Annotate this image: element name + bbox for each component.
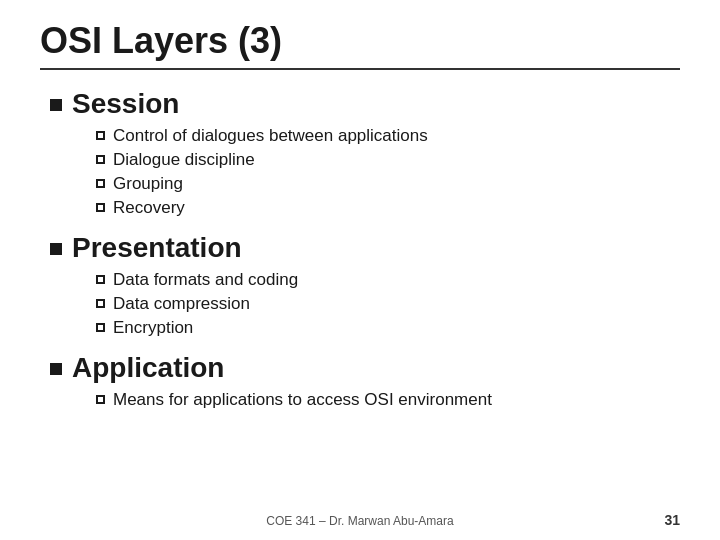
item-text: Recovery <box>113 198 185 218</box>
session-items: Control of dialogues between application… <box>50 126 680 218</box>
sub-bullet-icon <box>96 203 105 212</box>
list-item: Recovery <box>96 198 680 218</box>
list-item: Encryption <box>96 318 680 338</box>
slide-title: OSI Layers (3) <box>40 20 680 70</box>
sub-bullet-icon <box>96 323 105 332</box>
presentation-items: Data formats and coding Data compression… <box>50 270 680 338</box>
sub-bullet-icon <box>96 179 105 188</box>
item-text: Grouping <box>113 174 183 194</box>
item-text: Encryption <box>113 318 193 338</box>
sub-bullet-icon <box>96 155 105 164</box>
application-items: Means for applications to access OSI env… <box>50 390 680 410</box>
sub-bullet-icon <box>96 275 105 284</box>
application-bullet-icon <box>50 363 62 375</box>
section-session-header: Session <box>50 88 680 120</box>
application-title: Application <box>72 352 224 384</box>
list-item: Grouping <box>96 174 680 194</box>
section-application-header: Application <box>50 352 680 384</box>
presentation-bullet-icon <box>50 243 62 255</box>
list-item: Data compression <box>96 294 680 314</box>
list-item: Means for applications to access OSI env… <box>96 390 680 410</box>
slide-footer: COE 341 – Dr. Marwan Abu-Amara <box>0 514 720 528</box>
content-area: Session Control of dialogues between app… <box>40 88 680 410</box>
presentation-title: Presentation <box>72 232 242 264</box>
list-item: Data formats and coding <box>96 270 680 290</box>
item-text: Data formats and coding <box>113 270 298 290</box>
page-number: 31 <box>664 512 680 528</box>
section-session: Session Control of dialogues between app… <box>50 88 680 218</box>
sub-bullet-icon <box>96 395 105 404</box>
session-title: Session <box>72 88 179 120</box>
section-presentation-header: Presentation <box>50 232 680 264</box>
item-text: Means for applications to access OSI env… <box>113 390 492 410</box>
item-text: Control of dialogues between application… <box>113 126 428 146</box>
footer-text: COE 341 – Dr. Marwan Abu-Amara <box>266 514 453 528</box>
list-item: Control of dialogues between application… <box>96 126 680 146</box>
section-application: Application Means for applications to ac… <box>50 352 680 410</box>
list-item: Dialogue discipline <box>96 150 680 170</box>
sub-bullet-icon <box>96 131 105 140</box>
sub-bullet-icon <box>96 299 105 308</box>
section-presentation: Presentation Data formats and coding Dat… <box>50 232 680 338</box>
session-bullet-icon <box>50 99 62 111</box>
item-text: Data compression <box>113 294 250 314</box>
item-text: Dialogue discipline <box>113 150 255 170</box>
slide: OSI Layers (3) Session Control of dialog… <box>0 0 720 540</box>
